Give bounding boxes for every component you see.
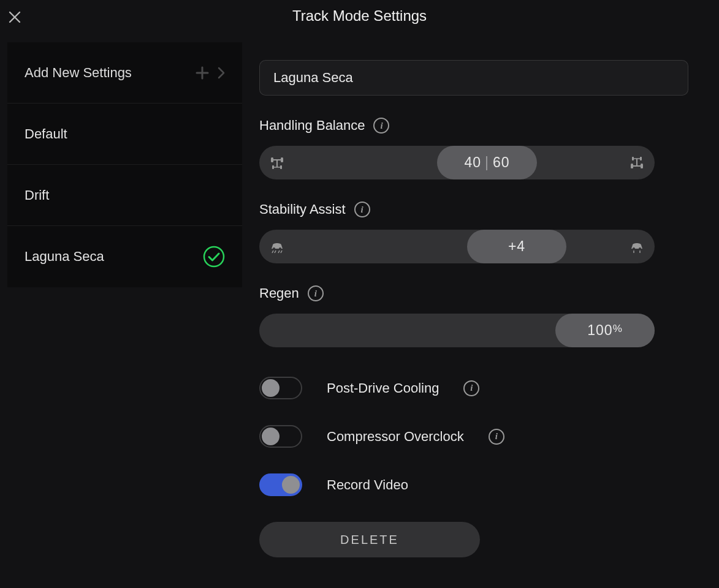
post-drive-cooling-label: Post-Drive Cooling: [327, 380, 439, 396]
sidebar-item-drift[interactable]: Drift: [7, 165, 242, 226]
svg-point-19: [273, 247, 275, 250]
sidebar-item-label: Default: [25, 126, 67, 142]
profile-name-input[interactable]: [259, 60, 688, 96]
rear-bias-icon: [628, 154, 646, 172]
regen-slider[interactable]: 100%: [259, 314, 655, 347]
svg-point-20: [279, 247, 281, 250]
plus-icon: [196, 66, 209, 80]
chevron-right-icon: [218, 67, 225, 79]
info-icon[interactable]: i: [373, 118, 389, 134]
handling-front-value: 40: [464, 154, 481, 171]
record-video-label: Record Video: [327, 477, 408, 493]
sidebar-item-label: Laguna Seca: [25, 249, 104, 265]
front-bias-icon: [268, 154, 286, 172]
delete-button[interactable]: DELETE: [259, 522, 480, 557]
info-icon[interactable]: i: [463, 380, 479, 396]
compressor-overclock-row: Compressor Overclock i: [259, 425, 688, 448]
stability-on-icon: [628, 238, 646, 256]
sidebar-item-laguna-seca[interactable]: Laguna Seca: [7, 226, 242, 287]
post-drive-cooling-toggle[interactable]: [259, 377, 302, 399]
svg-point-21: [633, 247, 635, 250]
info-icon[interactable]: i: [489, 429, 504, 445]
info-icon[interactable]: i: [308, 285, 324, 301]
handling-balance-slider[interactable]: 40 | 60: [259, 146, 655, 179]
sidebar-item-default[interactable]: Default: [7, 104, 242, 165]
regen-unit: %: [613, 323, 623, 335]
handling-slider-thumb[interactable]: 40 | 60: [437, 146, 537, 179]
info-icon[interactable]: i: [354, 202, 370, 217]
stability-assist-section: Stability Assist i: [259, 202, 688, 263]
page-title: Track Mode Settings: [0, 7, 719, 24]
stability-label: Stability Assist: [259, 202, 346, 217]
stability-assist-slider[interactable]: +4: [259, 230, 655, 263]
handling-label: Handling Balance: [259, 118, 365, 134]
handling-balance-section: Handling Balance i: [259, 118, 688, 179]
add-new-settings-button[interactable]: Add New Settings: [7, 42, 242, 104]
stability-value: +4: [508, 238, 525, 255]
delete-label: DELETE: [340, 533, 399, 547]
sidebar-item-label: Drift: [25, 187, 49, 203]
regen-label: Regen: [259, 285, 299, 301]
profile-sidebar: Add New Settings Default Drift Laguna Se…: [7, 42, 242, 287]
post-drive-cooling-row: Post-Drive Cooling i: [259, 377, 688, 399]
regen-section: Regen i 100%: [259, 285, 688, 347]
regen-slider-thumb[interactable]: 100%: [555, 314, 655, 347]
compressor-overclock-label: Compressor Overclock: [327, 429, 464, 445]
stability-slider-thumb[interactable]: +4: [467, 230, 566, 263]
settings-panel: Handling Balance i: [259, 60, 688, 557]
svg-point-22: [639, 247, 641, 250]
regen-value: 100: [587, 322, 612, 339]
record-video-row: Record Video: [259, 473, 688, 496]
svg-point-4: [204, 247, 224, 266]
stability-off-icon: [268, 238, 286, 256]
add-new-label: Add New Settings: [25, 65, 132, 81]
handling-rear-value: 60: [493, 154, 510, 171]
compressor-overclock-toggle[interactable]: [259, 425, 302, 448]
check-circle-icon: [203, 246, 225, 268]
record-video-toggle[interactable]: [259, 473, 302, 496]
